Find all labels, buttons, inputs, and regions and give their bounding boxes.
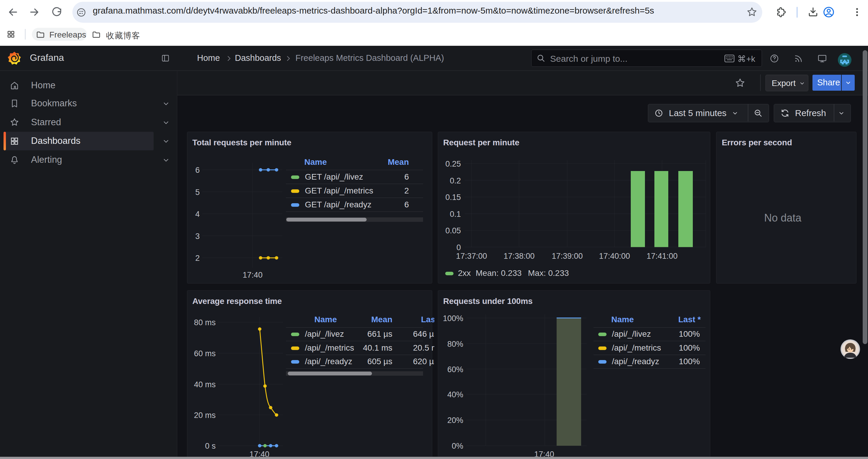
svg-text:0.1: 0.1 [450, 210, 461, 219]
svg-text:20%: 20% [447, 416, 463, 425]
svg-text:17:38:00: 17:38:00 [503, 252, 534, 261]
svg-text:17:40:00: 17:40:00 [599, 252, 630, 261]
svg-text:40%: 40% [447, 390, 463, 399]
svg-text:2: 2 [195, 254, 200, 263]
svg-text:80%: 80% [447, 340, 463, 349]
svg-text:60 ms: 60 ms [194, 349, 216, 358]
svg-text:17:40: 17:40 [243, 270, 262, 280]
svg-text:0.2: 0.2 [450, 176, 461, 185]
svg-text:0%: 0% [452, 441, 463, 451]
svg-text:0.25: 0.25 [445, 160, 461, 168]
svg-text:0.05: 0.05 [445, 226, 461, 235]
svg-text:100%: 100% [443, 314, 463, 323]
svg-text:60%: 60% [447, 365, 463, 374]
svg-text:4: 4 [195, 210, 200, 219]
svg-text:20 ms: 20 ms [194, 411, 216, 420]
svg-text:17:37:00: 17:37:00 [456, 252, 487, 261]
svg-text:0 s: 0 s [205, 441, 216, 451]
svg-text:17:39:00: 17:39:00 [552, 252, 583, 261]
svg-text:6: 6 [195, 166, 200, 174]
svg-text:5: 5 [195, 188, 200, 197]
svg-text:80 ms: 80 ms [194, 318, 216, 327]
svg-text:0.15: 0.15 [445, 193, 461, 202]
svg-text:0: 0 [457, 243, 461, 252]
svg-text:3: 3 [195, 232, 200, 241]
svg-text:40 ms: 40 ms [194, 380, 216, 389]
svg-text:17:41:00: 17:41:00 [646, 252, 677, 261]
